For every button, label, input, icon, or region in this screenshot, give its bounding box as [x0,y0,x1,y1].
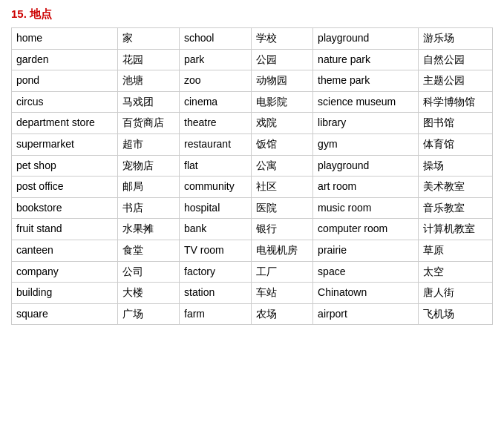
table-cell: theatre [180,113,252,134]
table-cell: hospital [180,197,252,219]
table-cell: prairie [313,240,419,261]
table-cell: garden [12,49,118,70]
table-cell: science museum [313,91,419,113]
table-cell: department store [12,113,118,134]
table-row: canteen食堂TV room电视机房prairie草原 [12,240,493,261]
table-cell: 邮局 [117,177,179,198]
table-cell: supermarket [12,133,118,155]
table-cell: 唐人街 [419,283,493,304]
table-cell: zoo [180,70,252,92]
table-cell: 农场 [252,303,313,325]
table-cell: 体育馆 [419,133,493,155]
table-cell: library [313,113,419,134]
table-cell: 车站 [252,283,313,304]
table-row: supermarket超市restaurant饭馆gym体育馆 [12,133,493,155]
table-row: square广场farm农场airport飞机场 [12,303,493,325]
table-row: pond池塘zoo动物园theme park主题公园 [12,70,493,92]
table-cell: flat [180,155,252,177]
table-cell: 音乐教室 [419,197,493,219]
table-cell: canteen [12,240,118,261]
table-cell: fruit stand [12,219,118,240]
table-cell: 工厂 [252,261,313,283]
table-cell: 公寓 [252,155,313,177]
table-cell: 飞机场 [419,303,493,325]
table-cell: 图书馆 [419,113,493,134]
table-cell: 池塘 [117,70,179,92]
table-cell: 自然公园 [419,49,493,70]
table-cell: 美术教室 [419,177,493,198]
table-cell: 太空 [419,261,493,283]
table-cell: square [12,303,118,325]
table-cell: building [12,283,118,304]
section-title: 15. 地点 [11,7,493,22]
table-cell: 超市 [117,133,179,155]
table-cell: 社区 [252,177,313,198]
table-cell: 草原 [419,240,493,261]
table-row: bookstore书店hospital医院music room音乐教室 [12,197,493,219]
table-cell: 食堂 [117,240,179,261]
table-cell: community [180,177,252,198]
table-cell: 电视机房 [252,240,313,261]
table-cell: factory [180,261,252,283]
table-row: fruit stand水果摊bank银行computer room计算机教室 [12,219,493,240]
table-cell: Chinatown [313,283,419,304]
table-cell: cinema [180,91,252,113]
table-cell: pet shop [12,155,118,177]
table-cell: 马戏团 [117,91,179,113]
table-cell: TV room [180,240,252,261]
table-cell: restaurant [180,133,252,155]
table-cell: 公司 [117,261,179,283]
table-cell: 操场 [419,155,493,177]
table-row: circus马戏团cinema电影院science museum科学博物馆 [12,91,493,113]
table-cell: nature park [313,49,419,70]
table-cell: 银行 [252,219,313,240]
table-cell: gym [313,133,419,155]
table-cell: 家 [117,28,179,50]
table-cell: airport [313,303,419,325]
table-cell: post office [12,177,118,198]
table-cell: bookstore [12,197,118,219]
table-cell: 花园 [117,49,179,70]
table-row: home家school学校playground游乐场 [12,28,493,50]
table-cell: 戏院 [252,113,313,134]
table-cell: 宠物店 [117,155,179,177]
table-cell: park [180,49,252,70]
table-cell: 科学博物馆 [419,91,493,113]
table-cell: playground [313,155,419,177]
table-row: building大楼station车站Chinatown唐人街 [12,283,493,304]
table-cell: 计算机教室 [419,219,493,240]
table-cell: computer room [313,219,419,240]
table-cell: space [313,261,419,283]
table-cell: 百货商店 [117,113,179,134]
table-cell: circus [12,91,118,113]
table-row: company公司factory工厂space太空 [12,261,493,283]
table-cell: 水果摊 [117,219,179,240]
table-cell: 游乐场 [419,28,493,50]
table-cell: 动物园 [252,70,313,92]
table-row: pet shop宠物店flat公寓playground操场 [12,155,493,177]
table-cell: 书店 [117,197,179,219]
table-cell: playground [313,28,419,50]
table-cell: 饭馆 [252,133,313,155]
table-cell: art room [313,177,419,198]
table-cell: bank [180,219,252,240]
table-cell: 大楼 [117,283,179,304]
table-cell: theme park [313,70,419,92]
table-cell: pond [12,70,118,92]
table-cell: 电影院 [252,91,313,113]
table-cell: farm [180,303,252,325]
table-row: garden花园park公园nature park自然公园 [12,49,493,70]
table-row: post office邮局community社区art room美术教室 [12,177,493,198]
vocabulary-table: home家school学校playground游乐场garden花园park公园… [11,27,493,325]
table-row: department store百货商店theatre戏院library图书馆 [12,113,493,134]
table-cell: company [12,261,118,283]
table-cell: 广场 [117,303,179,325]
table-cell: 主题公园 [419,70,493,92]
table-cell: 公园 [252,49,313,70]
table-cell: station [180,283,252,304]
table-cell: 学校 [252,28,313,50]
table-cell: school [180,28,252,50]
table-cell: home [12,28,118,50]
table-cell: music room [313,197,419,219]
table-cell: 医院 [252,197,313,219]
